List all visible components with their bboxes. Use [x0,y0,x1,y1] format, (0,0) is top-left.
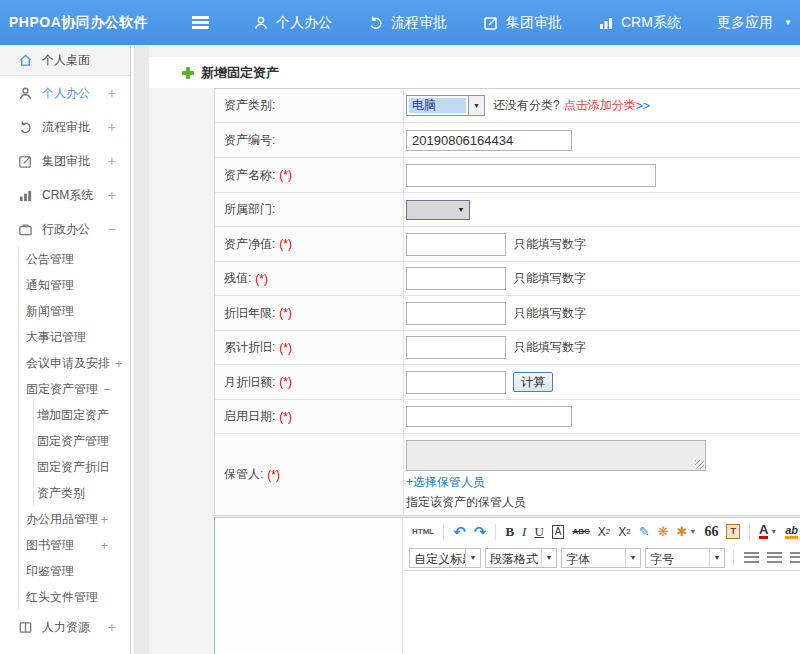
eraser-icon[interactable]: ✎ [636,524,653,539]
asset-number-input[interactable] [406,130,572,151]
chevron-down-icon: ▼ [453,201,469,219]
person-icon [18,86,33,101]
sidebar-item-red-header-doc-mgmt[interactable]: 红头文件管理 [19,584,130,610]
department-select[interactable]: ▼ [406,200,470,220]
blockquote-button[interactable]: 66 [701,524,721,540]
sidebar-item-label: 集团审批 [42,153,90,170]
bold-button[interactable]: B [502,524,517,540]
sidebar-item-news-mgmt[interactable]: 新闻管理 [19,298,130,324]
required-marker: (*) [267,468,280,482]
sidebar-item-personal-desktop[interactable]: 个人桌面 [0,45,130,76]
editor-content-area[interactable] [404,571,800,654]
editor-label-spacer [215,518,403,654]
sidebar-item-crm-system[interactable]: CRM系统 + [0,178,130,212]
top-bar: PHPOA协同办公软件 个人办公 流程审批 集团审批 CRM系统 更多应用 ▼ [0,0,800,45]
sidebar-item-workflow-approval[interactable]: 流程审批 + [0,110,130,144]
sidebar-item-add-fixed-asset[interactable]: 增加固定资产 [34,402,130,428]
residual-value-input[interactable] [406,267,506,290]
font-size-select[interactable]: 字号 ▼ [645,548,725,568]
topnav-workflow-approval[interactable]: 流程审批 [368,14,447,32]
align-left-icon[interactable] [744,552,759,563]
page-title: 新增固定资产 [201,64,279,82]
select-keeper-link[interactable]: +选择保管人员 [406,474,485,491]
sidebar-item-label: 通知管理 [26,277,74,294]
collapse-minus-icon[interactable]: − [108,221,116,237]
add-plus-icon [182,67,194,79]
paragraph-format-select[interactable]: 段落格式 ▼ [485,548,557,568]
expand-plus-icon[interactable]: + [108,119,116,135]
collapse-minus-icon[interactable]: − [103,382,111,397]
superscript-button[interactable]: X2 [595,525,613,539]
add-category-link-arrows[interactable]: >> [636,99,650,113]
chevron-down-icon: ▼ [709,549,724,567]
sidebar-item-human-resources[interactable]: 人力资源 + [0,610,130,644]
editor-toolbar-row2: 自定义标题 ▼ 段落格式 ▼ 字体 ▼ 字号 ▼ [404,545,800,571]
sidebar-item-office-supplies-mgmt[interactable]: 办公用品管理 + [19,506,130,532]
expand-plus-icon[interactable]: + [108,187,116,203]
redo-icon[interactable]: ↷ [471,523,490,541]
font-style-button[interactable]: A [552,525,565,539]
asset-category-select[interactable]: 电脑 ▼ [406,95,485,116]
expand-plus-icon[interactable]: + [108,619,116,635]
topnav-crm-system[interactable]: CRM系统 [598,14,681,32]
paste-text-icon[interactable]: T [726,524,740,539]
monthly-depreciation-input[interactable] [406,371,506,394]
sidebar-item-personal-office[interactable]: 个人办公 + [0,76,130,110]
sidebar-item-label: 流程审批 [42,119,90,136]
paint-format-icon[interactable]: ✱▼ [674,524,700,539]
sidebar-item-fixed-asset-mgmt[interactable]: 固定资产管理 − [19,376,130,402]
sidebar-item-label: 图书管理 [26,537,74,554]
html-source-button[interactable]: HTML [409,527,437,536]
calculate-button[interactable]: 计算 [513,372,553,392]
sidebar-item-memorabilia-mgmt[interactable]: 大事记管理 [19,324,130,350]
align-center-icon[interactable] [767,552,782,563]
undo-icon[interactable]: ↶ [450,523,469,541]
topnav-group-approval[interactable]: 集团审批 [483,14,562,32]
sidebar-item-notice-mgmt[interactable]: 通知管理 [19,272,130,298]
align-right-icon[interactable] [790,552,800,563]
keeper-textarea[interactable] [406,440,706,471]
editor-toolbar-row1: HTML ↶ ↷ B I U A ABC X2 X2 ✎ ❋ [404,518,800,545]
no-category-hint: 还没有分类? [493,97,560,114]
chevron-down-icon: ▼ [689,528,696,535]
depreciation-years-input[interactable] [406,302,506,325]
custom-title-select[interactable]: 自定义标题 ▼ [409,548,481,568]
sidebar-item-label: 公告管理 [26,251,74,268]
sidebar-item-group-approval[interactable]: 集团审批 + [0,144,130,178]
start-date-input[interactable] [406,406,572,427]
strikethrough-button[interactable]: ABC [569,527,592,536]
italic-button[interactable]: I [519,524,529,540]
expand-plus-icon[interactable]: + [108,85,116,101]
subscript-button[interactable]: X2 [615,525,633,539]
sidebar-item-fixed-asset-manage[interactable]: 固定资产管理 [34,428,130,454]
sidebar-item-meeting-request[interactable]: 会议申请及安排 + [19,350,130,376]
hamburger-menu-icon[interactable] [192,21,209,23]
asset-name-input[interactable] [406,164,656,187]
highlight-color-button[interactable]: ab▼ [782,524,800,539]
resize-handle[interactable] [695,460,704,469]
sidebar-item-official-doc-mgmt[interactable]: 公文管理 + [0,644,130,654]
form-row-depreciation-years: 折旧年限: (*) 只能填写数字 [215,296,800,331]
field-label: 资产名称: [224,167,275,184]
net-value-input[interactable] [406,233,506,256]
briefcase-icon [18,222,33,237]
format-brush-icon[interactable]: ❋ [655,524,672,539]
sidebar-item-asset-category[interactable]: 资产类别 [34,480,130,506]
topnav-more-apps[interactable]: 更多应用 ▼ [717,14,792,32]
accumulated-depreciation-input[interactable] [406,336,506,359]
font-family-select[interactable]: 字体 ▼ [561,548,641,568]
expand-plus-icon[interactable]: + [115,356,123,371]
expand-plus-icon[interactable]: + [100,512,108,527]
topnav-personal-office[interactable]: 个人办公 [253,14,332,32]
expand-plus-icon[interactable]: + [100,538,108,553]
expand-plus-icon[interactable]: + [108,153,116,169]
sidebar-item-book-mgmt[interactable]: 图书管理 + [19,532,130,558]
font-color-button[interactable]: A▼ [756,524,780,539]
sidebar-item-fixed-asset-depreciation[interactable]: 固定资产折旧 [34,454,130,480]
underline-button[interactable]: U [531,524,546,540]
chevron-down-icon: ▼ [468,96,484,115]
sidebar-item-seal-mgmt[interactable]: 印鉴管理 [19,558,130,584]
sidebar-item-announcement-mgmt[interactable]: 公告管理 [19,246,130,272]
sidebar-item-admin-office[interactable]: 行政办公 − [0,212,130,246]
add-category-link[interactable]: 点击添加分类 [564,97,636,114]
